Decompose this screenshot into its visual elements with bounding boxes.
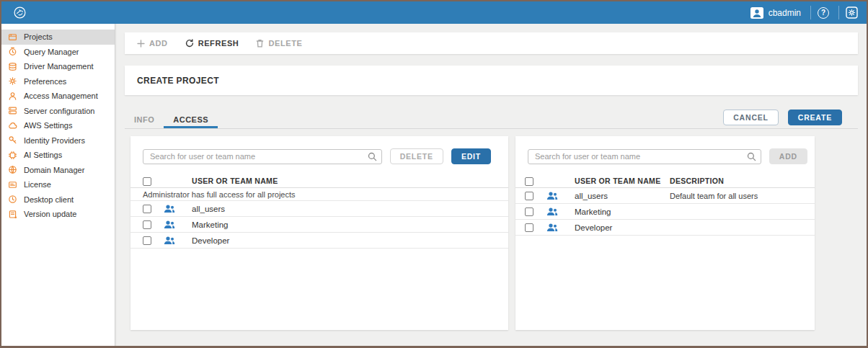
name-column-header: USER OR TEAM NAME: [575, 174, 670, 188]
sidebar-item-preferences[interactable]: Preferences: [1, 74, 115, 89]
team-icon: [164, 205, 175, 213]
aws-settings-icon: [8, 121, 17, 130]
team-name: Marketing: [192, 217, 508, 233]
select-all-checkbox[interactable]: [143, 177, 151, 186]
delete-button[interactable]: DELETE: [256, 39, 302, 48]
page-title: CREATE PROJECT: [137, 76, 219, 86]
sidebar-item-label: Driver Management: [24, 62, 94, 71]
table-row[interactable]: Developer: [515, 220, 815, 236]
cloudbeaver-logo-icon: [14, 6, 26, 19]
sidebar-item-label: AI Settings: [24, 151, 62, 159]
sidebar-item-label: Desktop client: [24, 195, 74, 204]
available-search-input[interactable]: [528, 149, 761, 164]
revoke-delete-button[interactable]: DELETE: [390, 148, 443, 164]
granted-search-input[interactable]: [143, 149, 382, 164]
user-menu[interactable]: cbadmin: [750, 7, 801, 19]
create-button[interactable]: CREATE: [788, 110, 842, 125]
sidebar-item-access-management[interactable]: Access Management: [1, 89, 115, 104]
desktop-client-icon: [8, 195, 17, 204]
refresh-button[interactable]: REFRESH: [185, 39, 239, 48]
sidebar-item-desktop-client[interactable]: Desktop client: [1, 192, 115, 208]
sidebar-item-label: Preferences: [24, 77, 66, 86]
available-search-row: ADD: [515, 136, 815, 174]
sidebar-item-aws-settings[interactable]: AWS Settings: [1, 118, 115, 133]
granted-teams-table: USER OR TEAM NAME Administrator has full…: [130, 174, 508, 249]
tab-access-label: ACCESS: [173, 115, 208, 124]
identity-providers-icon: [8, 135, 17, 145]
sidebar-item-version-update[interactable]: Version update: [1, 207, 115, 222]
settings-gear-icon[interactable]: [846, 6, 858, 19]
table-row[interactable]: Developer: [130, 233, 508, 249]
add-button[interactable]: ADD: [137, 39, 168, 48]
topbar-divider: [838, 6, 839, 19]
table-row[interactable]: Marketing: [130, 217, 508, 233]
table-row[interactable]: all_users Default team for all users: [515, 188, 815, 204]
projects-icon: [8, 32, 17, 42]
select-all-checkbox[interactable]: [525, 177, 533, 186]
team-description: Default team for all users: [670, 188, 815, 204]
table-row[interactable]: Marketing: [515, 204, 815, 220]
sidebar-item-label: Identity Providers: [24, 136, 85, 145]
team-icon: [164, 220, 175, 229]
trash-icon: [256, 39, 264, 48]
sidebar-item-domain-manager[interactable]: Domain Manager: [1, 163, 115, 178]
sidebar-item-label: Domain Manager: [24, 166, 84, 174]
row-checkbox[interactable]: [143, 220, 151, 229]
row-checkbox[interactable]: [525, 208, 533, 216]
sidebar-item-label: AWS Settings: [24, 121, 72, 130]
access-management-icon: [8, 92, 17, 101]
add-button-label: ADD: [149, 39, 168, 48]
description-column-header: DESCRIPTION: [670, 174, 815, 188]
edit-button[interactable]: EDIT: [451, 148, 491, 164]
help-icon[interactable]: ?: [818, 7, 829, 19]
sidebar-item-label: Projects: [24, 32, 53, 41]
team-name: all_users: [575, 188, 670, 204]
team-name: Developer: [575, 220, 670, 236]
team-icon: [546, 208, 558, 216]
granted-search-row: DELETE EDIT: [130, 136, 508, 174]
team-icon: [546, 192, 558, 200]
sidebar-item-server-configuration[interactable]: Server configuration: [1, 104, 115, 119]
row-checkbox[interactable]: [525, 223, 533, 232]
sidebar-item-projects[interactable]: Projects: [1, 30, 115, 45]
tab-access[interactable]: ACCESS: [164, 110, 218, 128]
version-update-icon: [8, 210, 17, 219]
table-header-row: USER OR TEAM NAME DESCRIPTION: [515, 174, 815, 188]
preferences-icon: [8, 76, 17, 86]
license-icon: [8, 180, 17, 189]
team-name: Marketing: [575, 204, 670, 220]
main-content: ADD REFRESH DELETE CREATE PROJECT: [115, 24, 867, 346]
topbar-divider: [810, 6, 811, 19]
sidebar-item-label: License: [24, 180, 51, 189]
sidebar-item-driver-management[interactable]: Driver Management: [1, 59, 115, 74]
cancel-button[interactable]: CANCEL: [723, 110, 779, 125]
team-name: all_users: [192, 201, 508, 217]
refresh-button-label: REFRESH: [198, 39, 239, 48]
sidebar-item-ai-settings[interactable]: AI Settings: [1, 148, 115, 163]
admin-sidebar: Projects Query Manager Driver Management…: [1, 24, 115, 346]
tab-info[interactable]: INFO: [125, 110, 164, 128]
sidebar-item-identity-providers[interactable]: Identity Providers: [1, 133, 115, 148]
help-glyph: ?: [821, 9, 825, 17]
team-icon: [164, 236, 175, 245]
tab-info-label: INFO: [134, 115, 154, 124]
domain-manager-icon: [8, 165, 17, 174]
sidebar-item-label: Server configuration: [24, 107, 94, 115]
access-panels: DELETE EDIT USER OR TEAM NAME Administra…: [130, 136, 858, 330]
app-window: cbadmin ? Projects Query Manage: [0, 0, 868, 348]
table-row[interactable]: all_users: [130, 201, 508, 217]
grant-add-button[interactable]: ADD: [769, 148, 807, 164]
sidebar-item-query-manager[interactable]: Query Manager: [1, 45, 115, 60]
search-icon: [747, 152, 756, 161]
row-checkbox[interactable]: [143, 236, 151, 245]
server-configuration-icon: [8, 106, 17, 115]
sidebar-item-license[interactable]: License: [1, 177, 115, 192]
admin-note: Administrator has full access for all pr…: [130, 188, 508, 201]
username-label: cbadmin: [769, 8, 801, 18]
refresh-icon: [185, 39, 194, 48]
team-description: [670, 204, 815, 220]
team-icon: [546, 223, 558, 232]
row-checkbox[interactable]: [525, 192, 533, 200]
row-checkbox[interactable]: [143, 205, 151, 213]
sidebar-item-label: Access Management: [24, 92, 98, 100]
